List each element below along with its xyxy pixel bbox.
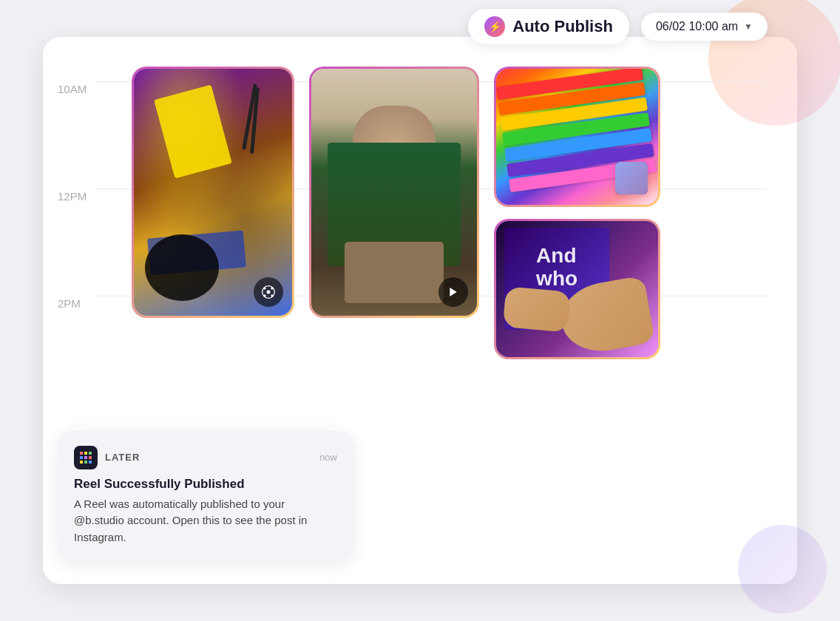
notification-time: now	[319, 452, 337, 463]
lightning-icon: ⚡	[484, 16, 505, 37]
svg-rect-14	[84, 461, 87, 464]
svg-rect-10	[80, 456, 83, 459]
svg-rect-11	[84, 456, 87, 459]
svg-rect-12	[89, 456, 92, 459]
notification-body: A Reel was automatically published to yo…	[74, 496, 337, 546]
svg-point-1	[267, 291, 271, 294]
app-name: LATER	[105, 452, 140, 463]
chevron-down-icon: ▼	[744, 21, 753, 32]
date-label: 06/02 10:00 am	[656, 20, 738, 33]
media-card-desk[interactable]	[132, 67, 294, 318]
svg-point-5	[271, 294, 273, 296]
video-icon	[438, 277, 468, 307]
svg-point-4	[263, 294, 265, 296]
images-area: And who Im.	[132, 67, 775, 359]
time-label-10am: 10AM	[58, 81, 87, 189]
reel-icon	[254, 277, 283, 307]
media-card-swatches[interactable]	[494, 67, 660, 207]
main-card: ⚡ Auto Publish 06/02 10:00 am ▼ 10AM 12P…	[43, 37, 797, 584]
auto-publish-badge: ⚡ Auto Publish	[468, 9, 629, 44]
app-icon	[74, 446, 98, 469]
time-labels: 10AM 12PM 2PM	[58, 81, 87, 403]
notification-title: Reel Successfully Published	[74, 477, 337, 492]
header-row: ⚡ Auto Publish 06/02 10:00 am ▼	[468, 9, 768, 44]
desk-photo	[134, 69, 292, 316]
swatches-photo	[496, 69, 658, 205]
notification-card[interactable]: LATER now Reel Successfully Published A …	[58, 431, 353, 563]
notification-header: LATER now	[74, 446, 337, 469]
middle-column	[309, 67, 479, 359]
date-pill[interactable]: 06/02 10:00 am ▼	[641, 13, 768, 41]
deco-circle-bottom-right	[738, 525, 827, 614]
left-column	[132, 67, 294, 359]
laptop-photo: And who Im.	[496, 221, 658, 357]
svg-rect-7	[80, 452, 83, 455]
time-label-12pm: 12PM	[58, 189, 87, 296]
svg-rect-13	[80, 461, 83, 464]
auto-publish-label: Auto Publish	[512, 17, 613, 36]
svg-rect-15	[89, 461, 92, 464]
svg-marker-6	[450, 288, 456, 296]
time-label-2pm: 2PM	[58, 296, 87, 403]
white-square-overlay	[615, 162, 648, 194]
right-column: And who Im.	[494, 67, 660, 359]
person-photo	[311, 69, 477, 316]
svg-rect-9	[89, 452, 92, 455]
media-card-person[interactable]	[309, 67, 479, 318]
svg-point-2	[263, 287, 265, 289]
notification-app-info: LATER	[74, 446, 140, 469]
svg-point-3	[271, 287, 273, 289]
media-card-laptop[interactable]: And who Im.	[494, 219, 660, 359]
svg-rect-8	[84, 452, 87, 455]
